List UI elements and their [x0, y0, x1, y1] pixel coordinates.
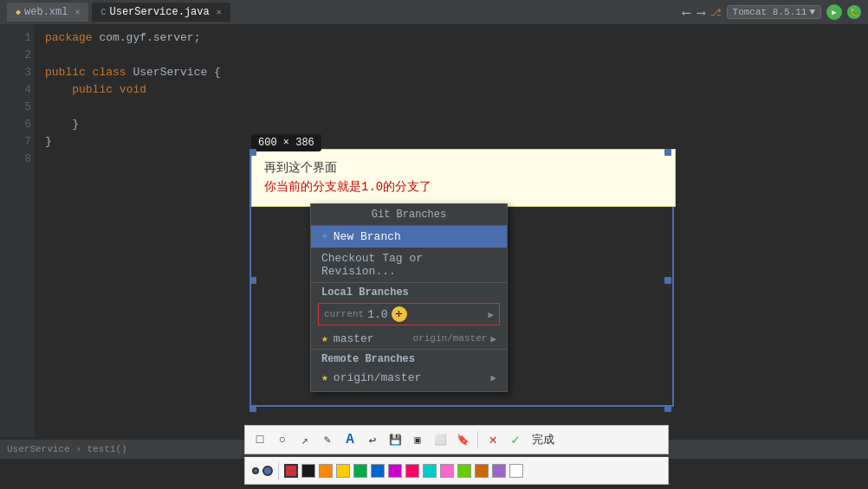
tool-confirm[interactable]: ✓ — [506, 430, 525, 449]
debug-button[interactable]: 🐛 — [847, 5, 861, 19]
run-button[interactable]: ▶ — [826, 4, 842, 20]
swatch-lime[interactable] — [457, 464, 471, 478]
tomcat-label: Tomcat 8.5.11 — [733, 7, 807, 17]
tool-cancel[interactable]: ✕ — [483, 430, 502, 449]
master-branch-item[interactable]: ★ master origin/master ▶ — [311, 328, 507, 349]
swatch-white[interactable] — [509, 464, 523, 478]
current-branch-item[interactable]: current 1.0 ✛ ▶ — [318, 303, 500, 325]
tab-userservice-label: UserService.java — [110, 6, 210, 18]
tab-webxml-close[interactable]: ✕ — [74, 7, 80, 17]
size-text: 600 × 386 — [258, 137, 314, 149]
swatch-purple[interactable] — [388, 464, 402, 478]
master-label: master — [334, 332, 374, 345]
new-branch-item[interactable]: + New Branch — [311, 226, 507, 248]
tool-text[interactable]: A — [340, 430, 360, 449]
xml-icon: ◆ — [16, 7, 21, 17]
tool-pen[interactable]: ✎ — [318, 430, 337, 449]
swatch-red[interactable] — [284, 464, 298, 478]
tooltip-line2: 你当前的分支就是1.0的分支了 — [264, 177, 663, 196]
java-icon: C — [100, 8, 106, 17]
tomcat-chevron: ▼ — [809, 7, 815, 17]
dot-medium-blue[interactable] — [262, 466, 273, 476]
origin-star-icon: ★ — [321, 370, 328, 384]
swatch-pink[interactable] — [405, 464, 419, 478]
code-line-4: public void — [45, 81, 858, 99]
debug-icon: 🐛 — [850, 8, 859, 17]
git-branches-dropdown: Git Branches + New Branch Checkout Tag o… — [310, 203, 508, 392]
master-branch-left: ★ master — [321, 331, 374, 345]
run-icon: ▶ — [832, 8, 836, 17]
tool-save[interactable]: 💾 — [385, 430, 405, 449]
new-branch-label: New Branch — [334, 230, 401, 243]
code-line-7: } — [45, 133, 858, 151]
git-icon: ⎇ — [710, 7, 722, 18]
checkout-tag-label: Checkout Tag or Revision... — [321, 252, 496, 278]
tooltip-line1: 再到这个界面 — [264, 158, 663, 177]
tab-userservice-close[interactable]: ✕ — [217, 7, 222, 17]
current-label: current — [324, 309, 364, 319]
annotation-tooltip: 再到这个界面 你当前的分支就是1.0的分支了 — [251, 149, 676, 207]
handle-mr[interactable] — [664, 277, 671, 284]
palette-divider — [278, 462, 279, 479]
swatch-violet[interactable] — [492, 464, 506, 478]
swatch-yellow[interactable] — [336, 464, 350, 478]
code-line-5 — [45, 99, 858, 116]
remote-branches-header: Remote Branches — [311, 349, 507, 367]
done-label[interactable]: 完成 — [528, 430, 558, 449]
tool-ellipse[interactable]: ○ — [273, 430, 292, 449]
origin-master-remote-label: origin/master — [334, 371, 421, 384]
code-line-6: } — [45, 116, 858, 133]
branch-1-0-chevron: ▶ — [488, 309, 494, 320]
tab-webxml[interactable]: ◆ web.xml ✕ — [7, 3, 88, 22]
swatch-orange[interactable] — [319, 464, 333, 478]
tab-webxml-label: web.xml — [24, 6, 68, 18]
swatch-brown[interactable] — [475, 464, 489, 478]
branch-1-0-label: 1.0 — [367, 308, 387, 321]
top-bar-right: ⟵ ⟶ ⎇ Tomcat 8.5.11 ▼ ▶ 🐛 — [683, 4, 861, 20]
tool-bookmark[interactable]: 🔖 — [453, 430, 472, 449]
handle-tl[interactable] — [249, 149, 256, 156]
code-line-1: package com.gyf.server; — [45, 29, 858, 47]
tool-undo[interactable]: ↩ — [363, 430, 382, 449]
dot-small-blue[interactable] — [252, 467, 259, 474]
plus-icon: + — [321, 230, 328, 243]
handle-tr[interactable] — [664, 149, 671, 156]
master-chevron: ▶ — [490, 333, 496, 344]
swatch-cyan[interactable] — [423, 464, 437, 478]
breadcrumb: UserService › test1() — [7, 444, 127, 454]
size-indicator: 600 × 386 — [251, 134, 321, 151]
origin-master-chevron: ▶ — [490, 372, 496, 383]
origin-master-left: ★ origin/master — [321, 370, 421, 384]
nav-arrows[interactable]: ⟵ ⟶ — [683, 5, 704, 20]
top-bar: ◆ web.xml ✕ C UserService.java ✕ ⟵ ⟶ ⎇ T… — [0, 0, 868, 24]
tool-arrow[interactable]: ↗ — [295, 430, 314, 449]
handle-br[interactable] — [664, 405, 671, 412]
master-star-icon: ★ — [321, 331, 328, 345]
local-branches-header: Local Branches — [311, 282, 507, 300]
tool-crop[interactable]: ⬜ — [431, 430, 450, 449]
swatch-blue[interactable] — [371, 464, 385, 478]
tool-rect[interactable]: □ — [250, 430, 269, 449]
handle-ml[interactable] — [249, 277, 256, 284]
color-palette — [244, 457, 669, 485]
tool-capture[interactable]: ▣ — [408, 430, 427, 449]
tomcat-selector[interactable]: Tomcat 8.5.11 ▼ — [727, 5, 821, 19]
handle-bl[interactable] — [249, 405, 256, 412]
origin-master-label: origin/master — [413, 333, 488, 344]
tab-userservice[interactable]: C UserService.java ✕ — [92, 3, 230, 22]
swatch-black[interactable] — [301, 464, 315, 478]
code-line-2 — [45, 47, 858, 64]
checkout-tag-item[interactable]: Checkout Tag or Revision... — [311, 248, 507, 282]
move-cursor-icon: ✛ — [392, 306, 407, 322]
annotation-toolbar: □ ○ ↗ ✎ A ↩ 💾 ▣ ⬜ 🔖 ✕ ✓ 完成 — [244, 425, 669, 454]
code-line-3: public class UserService { — [45, 64, 858, 81]
swatch-lightpink[interactable] — [440, 464, 454, 478]
menu-header: Git Branches — [311, 204, 507, 226]
line-numbers: 1 2 3 4 5 6 7 8 — [0, 24, 35, 437]
origin-master-remote-item[interactable]: ★ origin/master ▶ — [311, 367, 507, 391]
toolbar-divider — [477, 431, 478, 448]
swatch-green[interactable] — [353, 464, 367, 478]
